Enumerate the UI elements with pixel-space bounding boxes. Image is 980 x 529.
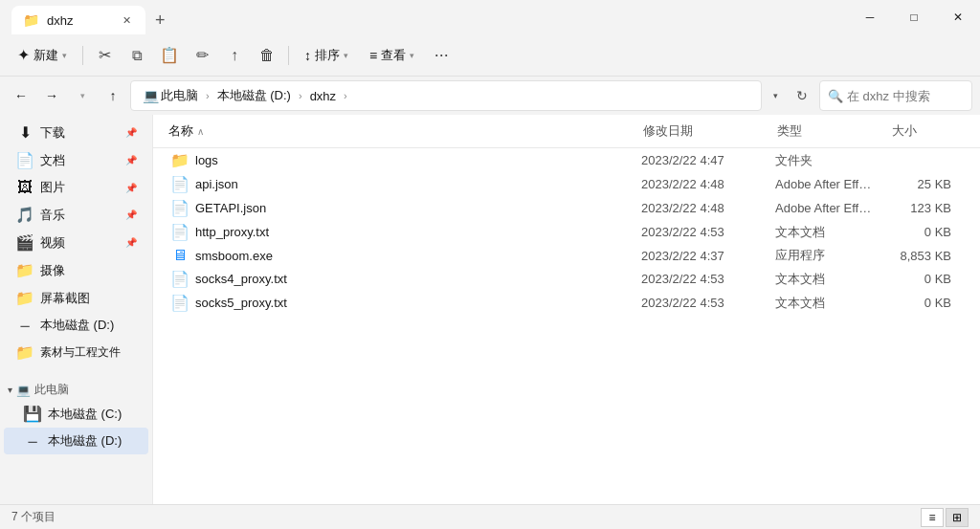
forward-button[interactable]: →	[38, 82, 65, 109]
sidebar-item-documents[interactable]: 📄 文档 📌	[4, 146, 148, 174]
search-input[interactable]	[847, 89, 964, 103]
col-name-header[interactable]: 名称 ∧	[153, 119, 635, 143]
this-pc-section[interactable]: ▾ 💻 此电脑	[0, 374, 152, 400]
file-area: 名称 ∧ 修改日期 类型 大小 📁 logs 2023/2/22 4:47 文件…	[153, 115, 980, 504]
pin-icon-documents: 📌	[125, 155, 137, 165]
breadcrumb-dxhz[interactable]: dxhz	[306, 87, 340, 105]
local-d-root-icon: ─	[15, 319, 34, 333]
sidebar-item-local-d-root[interactable]: ─ 本地磁盘 (D:)	[4, 312, 148, 339]
pin-icon-videos: 📌	[125, 237, 137, 248]
file-type-getapi_json: Adobe After Effe...	[768, 201, 882, 215]
folder-icon: 📁	[170, 151, 189, 169]
toolbar-divider-2	[288, 46, 289, 65]
cut-button[interactable]: ✂	[89, 40, 120, 71]
file-label-smsboom: smsboom.exe	[195, 249, 273, 263]
col-type-header[interactable]: 类型	[769, 119, 884, 143]
view-list-button[interactable]: ≡	[921, 508, 944, 527]
view-button[interactable]: ≡ 查看 ▾	[360, 40, 424, 71]
file-row-logs[interactable]: 📁 logs 2023/2/22 4:47 文件夹	[155, 148, 978, 172]
status-bar: 7 个项目 ≡ ⊞	[0, 504, 980, 529]
tab-close-button[interactable]: ✕	[119, 12, 134, 28]
this-pc-label: 此电脑	[34, 382, 69, 398]
pin-icon-pictures: 📌	[125, 183, 137, 193]
music-icon: 🎵	[15, 206, 34, 224]
sidebar-item-drive-c[interactable]: 💾 本地磁盘 (C:)	[4, 400, 148, 428]
sidebar-item-download[interactable]: ⬇ 下载 📌	[4, 119, 148, 146]
rename-button[interactable]: ✏	[187, 40, 217, 71]
breadcrumb-sep-2: ›	[299, 90, 302, 101]
sort-button[interactable]: ↕ 排序 ▾	[295, 40, 358, 71]
nav-dropdown-button[interactable]: ▾	[69, 82, 96, 109]
col-size-header[interactable]: 大小	[884, 119, 961, 143]
file-row-http_proxy[interactable]: 📄 http_proxy.txt 2023/2/22 4:53 文本文档 0 K…	[155, 220, 978, 244]
file-name-socks4_proxy: 📄 socks4_proxy.txt	[155, 270, 634, 288]
file-list: 📁 logs 2023/2/22 4:47 文件夹 📄 api.json 202…	[153, 148, 980, 504]
file-type-socks5_proxy: 文本文档	[768, 295, 882, 312]
sidebar-item-documents-label: 文档	[40, 152, 65, 169]
camera-icon: 📁	[15, 261, 34, 279]
up-button[interactable]: ↑	[100, 82, 126, 109]
file-date-logs: 2023/2/22 4:47	[634, 153, 768, 167]
file-label-getapi_json: GETAPI.json	[195, 201, 266, 215]
view-grid-button[interactable]: ⊞	[946, 508, 969, 527]
delete-button[interactable]: 🗑	[252, 40, 282, 71]
file-size-smsboom: 8,853 KB	[882, 249, 959, 263]
tab-dxhz[interactable]: 📁 dxhz ✕	[11, 6, 145, 34]
file-row-socks4_proxy[interactable]: 📄 socks4_proxy.txt 2023/2/22 4:53 文本文档 0…	[155, 267, 978, 291]
copy-icon: ⧉	[132, 47, 143, 64]
file-row-smsboom[interactable]: 🖥 smsboom.exe 2023/2/22 4:37 应用程序 8,853 …	[155, 244, 978, 267]
share-button[interactable]: ↑	[219, 40, 250, 71]
search-bar[interactable]: 🔍	[819, 80, 972, 111]
paste-button[interactable]: 📋	[154, 40, 185, 71]
maximize-button[interactable]: □	[892, 0, 936, 34]
close-button[interactable]: ✕	[936, 0, 980, 34]
documents-icon: 📄	[15, 151, 34, 169]
file-name-api_json: 📄 api.json	[155, 175, 634, 193]
view-buttons: ≡ ⊞	[921, 508, 969, 527]
sidebar-item-screenshot-label: 屏幕截图	[40, 290, 90, 307]
file-label-api_json: api.json	[195, 177, 238, 191]
file-row-socks5_proxy[interactable]: 📄 socks5_proxy.txt 2023/2/22 4:53 文本文档 0…	[155, 291, 978, 315]
file-row-api_json[interactable]: 📄 api.json 2023/2/22 4:48 Adobe After Ef…	[155, 172, 978, 196]
breadcrumb-this-pc[interactable]: 💻 此电脑	[139, 85, 202, 106]
col-name-label: 名称	[168, 122, 193, 140]
breadcrumb-sep-1: ›	[206, 90, 210, 101]
breadcrumb-drive-d-label: 本地磁盘 (D:)	[217, 87, 291, 104]
sidebar-item-music[interactable]: 🎵 音乐 📌	[4, 201, 148, 229]
file-type-smsboom: 应用程序	[768, 247, 882, 264]
col-size-label: 大小	[892, 123, 917, 138]
col-date-header[interactable]: 修改日期	[635, 119, 769, 143]
file-date-http_proxy: 2023/2/22 4:53	[634, 225, 768, 239]
sidebar-item-camera-label: 摄像	[40, 262, 65, 279]
sidebar-item-drive-d[interactable]: ─ 本地磁盘 (D:)	[4, 428, 148, 454]
address-dropdown-button[interactable]: ▾	[766, 82, 785, 109]
pin-icon-music: 📌	[125, 209, 137, 220]
refresh-button[interactable]: ↻	[789, 82, 815, 109]
col-date-label: 修改日期	[643, 123, 693, 138]
view-dropdown-icon: ▾	[410, 51, 414, 60]
new-button[interactable]: ✦ 新建 ▾	[8, 40, 77, 71]
file-name-http_proxy: 📄 http_proxy.txt	[155, 223, 634, 241]
sidebar-item-videos[interactable]: 🎬 视频 📌	[4, 229, 148, 256]
exe-icon: 🖥	[170, 247, 189, 264]
sidebar-item-camera[interactable]: 📁 摄像	[4, 256, 148, 284]
sort-icon: ↕	[304, 48, 311, 63]
drive-d-icon: ─	[23, 434, 42, 449]
sidebar-item-pictures[interactable]: 🖼 图片 📌	[4, 174, 148, 201]
minimize-button[interactable]: ─	[848, 0, 892, 34]
file-list-header: 名称 ∧ 修改日期 类型 大小	[153, 115, 980, 148]
sidebar-item-materials[interactable]: 📁 素材与工程文件	[4, 339, 148, 366]
file-row-getapi_json[interactable]: 📄 GETAPI.json 2023/2/22 4:48 Adobe After…	[155, 196, 978, 220]
refresh-icon: ↻	[796, 88, 808, 103]
file-label-logs: logs	[195, 153, 218, 167]
copy-button[interactable]: ⧉	[122, 40, 152, 71]
breadcrumb-drive-d[interactable]: 本地磁盘 (D:)	[213, 85, 295, 106]
new-tab-button[interactable]: +	[145, 6, 175, 34]
back-button[interactable]: ←	[8, 82, 34, 109]
delete-icon: 🗑	[259, 47, 275, 64]
search-icon: 🔍	[828, 89, 843, 103]
file-name-socks5_proxy: 📄 socks5_proxy.txt	[155, 294, 634, 312]
more-button[interactable]: ···	[426, 40, 457, 71]
sidebar-item-screenshot[interactable]: 📁 屏幕截图	[4, 284, 148, 312]
address-bar[interactable]: 💻 此电脑 › 本地磁盘 (D:) › dxhz ›	[130, 80, 762, 111]
